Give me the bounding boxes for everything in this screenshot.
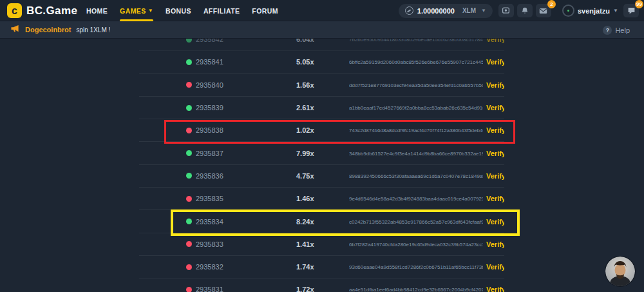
- help-button[interactable]: ? Help: [603, 21, 630, 39]
- table-row: 2935842 6.04x 7b2b0e9500954418633080296e…: [139, 39, 504, 51]
- result-dot-icon: [186, 173, 192, 179]
- multiplier: 4.75x: [296, 172, 314, 180]
- bet-id: 2935837: [196, 150, 223, 157]
- header-right-group: 1.00000000 XLM ▼ 2: [399, 0, 644, 21]
- bet-hash: 348bb9db61527e4c9f3e4a1414d9b8ba66ce8970…: [349, 150, 483, 156]
- balance-selector[interactable]: 1.00000000 XLM ▼: [399, 4, 493, 18]
- vault-button[interactable]: [498, 4, 514, 17]
- multiplier: 8.24x: [296, 218, 314, 226]
- result-dot-icon: [186, 196, 192, 202]
- verify-link[interactable]: Verify: [486, 172, 504, 180]
- bet-id: 2935842: [196, 39, 223, 43]
- table-row: 2935833 1.41x 6b7f282a419740cfda280e19c6…: [139, 233, 504, 256]
- bet-hash: a1bb0eaaf17ed4527669f2a0bba8cc53abab26c6…: [349, 105, 483, 111]
- bet-hash: 9e4d6546d4e58a42d3b4f924883baa4daac019ce…: [349, 196, 483, 202]
- result-dot-icon: [186, 219, 192, 224]
- mail-badge: 2: [547, 0, 556, 8]
- verify-link[interactable]: Verify: [486, 126, 504, 134]
- vault-icon: [502, 6, 510, 15]
- verify-link[interactable]: Verify: [486, 195, 504, 202]
- announcement-bar: Dogecoinbrot spin 1XLM ! ? Help: [0, 21, 644, 39]
- help-label: Help: [615, 26, 630, 34]
- multiplier: 2.61x: [296, 104, 314, 112]
- bet-id: 2935833: [196, 240, 223, 248]
- nav-item-home[interactable]: HOME: [86, 0, 108, 21]
- nav-label: FORUM: [252, 7, 278, 15]
- table-row: 2935831 1.72x aa4e51dfba1eef6ad4bb98412c…: [139, 278, 504, 292]
- multiplier: 1.56x: [296, 81, 314, 89]
- bet-hash: aa4e51dfba1eef6ad4bb98412cd9e32b6567c200…: [349, 287, 483, 292]
- nav-label: GAMES: [120, 7, 146, 15]
- result-dot-icon: [186, 105, 192, 111]
- result-dot-icon: [186, 59, 192, 65]
- bet-hash: c0242b713f55322ab4853e917866c52a57c963df…: [349, 219, 483, 224]
- bet-hash: 93d60eaae04a9d558f1cd7286f2c0b6751b11af6…: [349, 264, 483, 270]
- table-row: 2935840 1.56x ddd7f521e87769103ecf94ea35…: [139, 74, 504, 97]
- result-dot-icon: [186, 287, 192, 292]
- table-row: 2935839 2.61x a1bb0eaaf17ed4527669f2a0bb…: [139, 97, 504, 119]
- verify-link[interactable]: Verify: [486, 240, 504, 248]
- result-dot-icon: [186, 82, 192, 88]
- multiplier: 7.99x: [296, 150, 314, 157]
- bet-hash: ddd7f521e87769103ecf94ea35da50ee354efd1c…: [349, 82, 483, 88]
- balance-amount: 1.00000000: [417, 7, 455, 15]
- chat-button[interactable]: 99: [623, 4, 639, 17]
- table-row: 2935835 1.46x 9e4d6546d4e58a42d3b4f92488…: [139, 188, 504, 210]
- verify-link[interactable]: Verify: [486, 263, 504, 271]
- result-dot-icon: [186, 264, 192, 270]
- multiplier: 1.74x: [296, 263, 314, 271]
- mail-icon: [539, 7, 547, 15]
- announcement-subtitle: spin 1XLM !: [77, 26, 111, 34]
- verify-link[interactable]: Verify: [486, 104, 504, 112]
- result-dot-icon: [186, 150, 192, 156]
- multiplier: 1.41x: [296, 240, 314, 248]
- notifications-button[interactable]: [517, 4, 533, 17]
- verify-link[interactable]: Verify: [486, 150, 504, 157]
- chevron-down-icon: ▼: [613, 8, 618, 14]
- bet-hash: 7b2b0e9500954418633080296e0ae15cc6238000…: [349, 39, 483, 43]
- multiplier: 6.04x: [296, 39, 314, 43]
- multiplier: 1.02x: [296, 126, 314, 134]
- bet-results-table: 2935842 6.04x 7b2b0e9500954418633080296e…: [139, 39, 504, 292]
- bet-hash: 743c2d874b6d8a8dcdf9fc19acf4d70f74f12a38…: [349, 128, 483, 133]
- bcgame-logo-icon: c: [7, 3, 22, 18]
- megaphone-icon: [10, 24, 20, 35]
- messages-button[interactable]: 2: [536, 4, 551, 17]
- table-row: 2935841 5.05x 6bffc2a59159d2060d0abc85f5…: [139, 51, 504, 73]
- announcement[interactable]: Dogecoinbrot spin 1XLM !: [10, 24, 110, 35]
- question-icon: ?: [603, 26, 612, 35]
- coin-icon: [405, 6, 413, 15]
- bet-hash: 6b7f282a419740cfda280e19c65d9deca032c39b…: [349, 241, 483, 247]
- bet-id: 2935841: [196, 58, 223, 66]
- multiplier: 1.46x: [296, 195, 314, 202]
- webcam-avatar: [605, 257, 635, 286]
- nav-label: AFFILIATE: [204, 7, 240, 15]
- bet-id: 2935840: [196, 81, 223, 89]
- brand-logo[interactable]: c BC.Game: [7, 3, 77, 18]
- bet-id: 2935834: [196, 218, 223, 226]
- nav-item-games[interactable]: GAMES▼: [120, 0, 153, 21]
- verify-link[interactable]: Verify: [486, 286, 504, 292]
- verify-link[interactable]: Verify: [486, 58, 504, 66]
- nav-item-forum[interactable]: FORUM: [252, 0, 278, 21]
- verify-link[interactable]: Verify: [486, 39, 504, 43]
- verify-link[interactable]: Verify: [486, 81, 504, 89]
- username: svenjatzu: [578, 7, 610, 15]
- result-dot-icon: [186, 39, 192, 43]
- bet-hash: 6bffc2a59159d2060d0abc85f526e6be676e5590…: [349, 59, 483, 65]
- nav-label: HOME: [86, 7, 108, 15]
- nav-item-bonus[interactable]: BONUS: [166, 0, 191, 21]
- table-row: 2935832 1.74x 93d60eaae04a9d558f1cd7286f…: [139, 256, 504, 278]
- multiplier: 1.72x: [296, 286, 314, 292]
- bet-id: 2935839: [196, 104, 223, 112]
- bet-id: 2935836: [196, 172, 223, 180]
- verify-link[interactable]: Verify: [486, 218, 504, 226]
- table-rows: 2935842 6.04x 7b2b0e9500954418633080296e…: [139, 39, 504, 292]
- bet-id: 2935831: [196, 286, 223, 292]
- result-dot-icon: [186, 241, 192, 247]
- multiplier: 5.05x: [296, 58, 314, 66]
- nav-item-affiliate[interactable]: AFFILIATE: [204, 0, 240, 21]
- announcement-title: Dogecoinbrot: [25, 26, 71, 34]
- bet-id: 2935835: [196, 195, 223, 202]
- user-menu[interactable]: svenjatzu ▼: [562, 5, 618, 17]
